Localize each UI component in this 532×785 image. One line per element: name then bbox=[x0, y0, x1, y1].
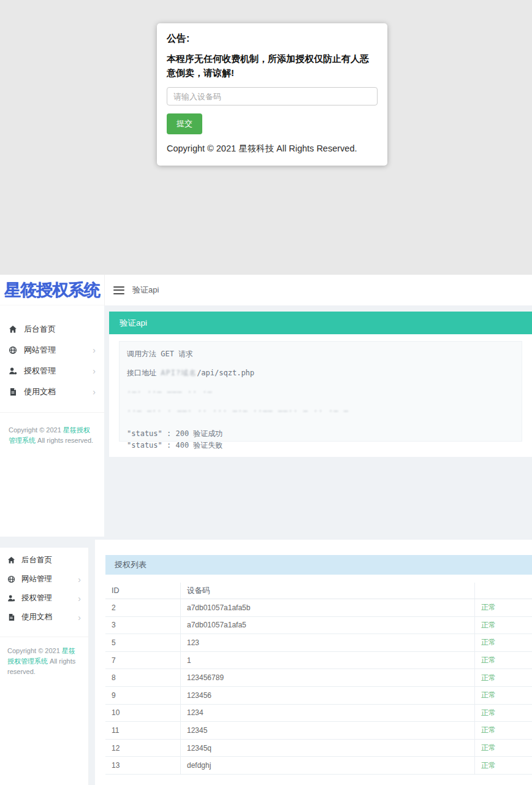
hamburger-icon[interactable] bbox=[113, 286, 124, 294]
cell-status[interactable]: 正常 bbox=[481, 673, 496, 682]
column-header-id: ID bbox=[105, 583, 181, 599]
chevron-right-icon: › bbox=[93, 346, 96, 354]
cell-status[interactable]: 正常 bbox=[481, 708, 496, 717]
announcement-section: 公告: 本程序无任何收费机制，所添加授权仅防止有人恶意倒卖，请谅解! 提交 Co… bbox=[0, 0, 532, 275]
cell-status[interactable]: 正常 bbox=[481, 621, 496, 629]
table-header-row: ID 设备码 bbox=[105, 583, 532, 599]
table-row: 8 123456789 正常 bbox=[105, 669, 532, 687]
sidebar-item-label: 授权管理 bbox=[24, 366, 56, 377]
cell-device: 1234 bbox=[181, 705, 475, 722]
sidebar-item-license[interactable]: 授权管理 › bbox=[0, 361, 104, 381]
api-panel: 验证api 调用方法 GET 请求 接口地址 API?域名/api/sqzt.p… bbox=[109, 312, 532, 457]
cell-status[interactable]: 正常 bbox=[481, 638, 496, 646]
cell-id: 10 bbox=[105, 705, 181, 722]
chevron-right-icon: › bbox=[78, 613, 81, 622]
table-row: 2 a7db01057a1afa5b 正常 bbox=[105, 599, 532, 617]
globe-icon bbox=[9, 346, 17, 354]
license-list-header: 授权列表 bbox=[105, 555, 532, 575]
sidebar-item-label: 网站管理 bbox=[24, 345, 56, 356]
sidebar-item-website[interactable]: 网站管理 › bbox=[0, 570, 88, 589]
sidebar-item-label: 授权管理 bbox=[21, 593, 52, 603]
user-manage-icon bbox=[7, 594, 15, 602]
home-icon bbox=[7, 556, 15, 564]
page: 公告: 本程序无任何收费机制，所添加授权仅防止有人恶意倒卖，请谅解! 提交 Co… bbox=[0, 0, 532, 785]
chevron-right-icon: › bbox=[78, 594, 81, 603]
app-logo-text: 星筱授权系统 bbox=[4, 279, 100, 301]
document-icon bbox=[9, 388, 17, 396]
license-table-body: 2 a7db01057a1afa5b 正常 3 a7db01057a1afa5 … bbox=[105, 599, 532, 775]
topbar: 验证api bbox=[104, 275, 532, 305]
cell-id: 12 bbox=[105, 740, 181, 757]
announcement-title: 公告: bbox=[167, 33, 378, 45]
document-icon bbox=[7, 613, 15, 621]
cell-id: 2 bbox=[105, 599, 181, 616]
announcement-copyright: Copyright © 2021 星筱科技 All Rights Reserve… bbox=[167, 143, 378, 155]
table-row: 9 123456 正常 bbox=[105, 687, 532, 705]
cell-device: defdghj bbox=[181, 757, 475, 774]
admin-api-section: 星筱授权系统 验证api 后台首页 网站管理 › bbox=[0, 275, 532, 540]
cell-device: 12345q bbox=[181, 740, 475, 757]
chevron-right-icon: › bbox=[78, 575, 81, 584]
cell-id: 5 bbox=[105, 634, 181, 651]
sidebar-item-label: 网站管理 bbox=[21, 574, 52, 584]
api-panel-header: 验证api bbox=[109, 312, 532, 334]
cell-status[interactable]: 正常 bbox=[481, 726, 496, 734]
sidebar-item-home[interactable]: 后台首页 bbox=[0, 319, 104, 340]
api-address-line: 接口地址 API?域名/api/sqzt.php bbox=[127, 368, 514, 378]
cell-status[interactable]: 正常 bbox=[481, 603, 496, 611]
cell-id: 9 bbox=[105, 687, 181, 704]
chevron-right-icon: › bbox=[93, 388, 96, 396]
cell-status[interactable]: 正常 bbox=[481, 743, 496, 752]
cell-id: 3 bbox=[105, 617, 181, 634]
license-table: ID 设备码 2 a7db01057a1afa5b 正常 3 bbox=[105, 583, 532, 775]
announcement-body: 本程序无任何收费机制，所添加授权仅防止有人恶意倒卖，请谅解! bbox=[167, 52, 378, 80]
sidebar-item-docs[interactable]: 使用文档 › bbox=[0, 608, 88, 627]
cell-device: 123456789 bbox=[181, 669, 475, 686]
sidebar-item-license[interactable]: 授权管理 › bbox=[0, 589, 88, 608]
license-list-section: 后台首页 网站管理 › 授权管理 › bbox=[0, 540, 532, 785]
api-method-line: 调用方法 GET 请求 bbox=[127, 349, 514, 359]
announcement-card: 公告: 本程序无任何收费机制，所添加授权仅防止有人恶意倒卖，请谅解! 提交 Co… bbox=[157, 23, 387, 166]
cell-device: a7db01057a1afa5b bbox=[181, 599, 475, 616]
cell-id: 7 bbox=[105, 652, 181, 669]
sidebar-item-label: 使用文档 bbox=[24, 386, 56, 397]
globe-icon bbox=[7, 575, 15, 583]
sidebar-item-docs[interactable]: 使用文档 › bbox=[0, 381, 104, 402]
table-row: 12 12345q 正常 bbox=[105, 740, 532, 757]
sidebar-item-label: 后台首页 bbox=[24, 324, 56, 335]
sidebar-copyright: Copyright © 2021 星筱授权管理系统 All rights res… bbox=[0, 413, 104, 446]
api-code-block: 调用方法 GET 请求 接口地址 API?域名/api/sqzt.php ·—·… bbox=[119, 341, 522, 442]
table-row: 3 a7db01057a1afa5 正常 bbox=[105, 617, 532, 635]
api-status-fail: "status" : 400 验证失败 bbox=[127, 440, 514, 451]
sidebar-copyright: Copyright © 2021 星筱授权管理系统 All rights res… bbox=[0, 637, 88, 677]
content-area: 验证api 调用方法 GET 请求 接口地址 API?域名/api/sqzt.p… bbox=[104, 305, 532, 540]
app-logo: 星筱授权系统 bbox=[0, 275, 104, 305]
cell-device: a7db01057a1afa5 bbox=[181, 617, 475, 634]
home-icon bbox=[9, 325, 17, 334]
cell-device: 12345 bbox=[181, 722, 475, 739]
sidebar-item-website[interactable]: 网站管理 › bbox=[0, 340, 104, 361]
table-row: 5 123 正常 bbox=[105, 634, 532, 652]
cell-id: 13 bbox=[105, 757, 181, 774]
api-status-success: "status" : 200 验证成功 bbox=[127, 429, 514, 439]
cell-status[interactable]: 正常 bbox=[481, 691, 496, 699]
chevron-right-icon: › bbox=[93, 367, 96, 375]
breadcrumb: 验证api bbox=[132, 285, 159, 296]
redacted-text: API?域名 bbox=[161, 369, 197, 377]
cell-status[interactable]: 正常 bbox=[481, 656, 496, 664]
cell-device: 123456 bbox=[181, 687, 475, 704]
redacted-line: ··— —·· · ——· ·· ··· —·— ··—— ——·· — ·· … bbox=[127, 407, 514, 415]
sidebar: 后台首页 网站管理 › 授权管理 › bbox=[0, 548, 89, 785]
table-row: 11 12345 正常 bbox=[105, 722, 532, 740]
submit-button[interactable]: 提交 bbox=[167, 113, 202, 134]
table-row: 13 defdghj 正常 bbox=[105, 757, 532, 775]
sidebar-item-label: 后台首页 bbox=[21, 555, 52, 565]
table-row: 10 1234 正常 bbox=[105, 705, 532, 722]
api-panel-body: 调用方法 GET 请求 接口地址 API?域名/api/sqzt.php ·—·… bbox=[109, 334, 532, 457]
license-card: 授权列表 ID 设备码 2 a7db01057a1afa5b bbox=[95, 540, 532, 785]
column-header-device: 设备码 bbox=[181, 583, 475, 599]
device-code-input[interactable] bbox=[167, 87, 378, 105]
cell-status[interactable]: 正常 bbox=[481, 761, 496, 770]
sidebar-item-home[interactable]: 后台首页 bbox=[0, 551, 88, 570]
cell-device: 123 bbox=[181, 634, 475, 651]
